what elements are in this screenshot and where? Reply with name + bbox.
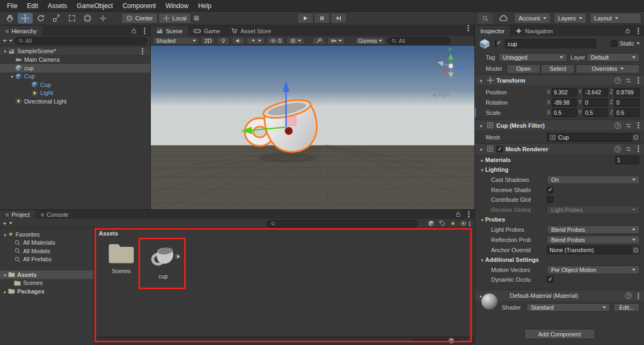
rotation-z-field[interactable]: Z0 — [610, 98, 640, 107]
grid-visibility-dropdown[interactable] — [287, 37, 304, 45]
foldout-icon[interactable] — [479, 216, 485, 223]
rotation-x-field[interactable]: X-89.98 — [547, 98, 577, 107]
foldout-icon[interactable] — [479, 157, 485, 163]
material-header[interactable]: Default-Material (Material) — [475, 290, 644, 301]
scale-z-field[interactable]: Z0.5 — [610, 108, 640, 117]
motion-vectors-dropdown[interactable]: Per Object Motion — [547, 266, 640, 274]
tree-item-all-prefabs[interactable]: All Prefabs — [0, 255, 93, 264]
menu-gameobject[interactable]: GameObject — [72, 2, 118, 10]
pivot-toggle-button[interactable]: Center — [121, 13, 158, 24]
hidden-objects-toggle[interactable]: 0 — [267, 37, 284, 45]
menu-edit[interactable]: Edit — [22, 2, 43, 10]
foldout-icon[interactable] — [478, 122, 484, 129]
kebab-menu-icon[interactable] — [638, 79, 639, 81]
object-picker-icon[interactable] — [632, 134, 639, 141]
kebab-menu-icon[interactable] — [467, 27, 469, 29]
gizmo-center-cube[interactable] — [449, 64, 453, 68]
help-icon[interactable] — [625, 292, 632, 299]
foldout-icon[interactable] — [2, 271, 8, 278]
position-y-field[interactable]: Y-3.642 — [579, 88, 609, 97]
kebab-menu-icon[interactable] — [638, 124, 639, 126]
scale-x-field[interactable]: X0.5 — [547, 108, 577, 117]
create-menu-button[interactable]: + — [3, 220, 7, 227]
foldout-icon[interactable] — [479, 256, 485, 263]
material-preview-sphere[interactable] — [481, 293, 497, 310]
cast-shadows-dropdown[interactable]: On — [547, 175, 640, 184]
object-picker-icon[interactable] — [632, 246, 639, 254]
materials-row[interactable]: Materials 1 — [475, 155, 644, 165]
lighting-foldout[interactable]: Lighting — [475, 165, 644, 174]
foldout-icon[interactable] — [478, 77, 484, 84]
chevron-down-icon[interactable] — [9, 222, 12, 224]
zoom-slider[interactable] — [413, 340, 462, 341]
scene-lighting-toggle[interactable] — [217, 37, 230, 45]
tab-asset-store[interactable]: Asset Store — [225, 26, 276, 36]
tab-game[interactable]: Game — [188, 26, 225, 36]
layers-dropdown[interactable]: Layers — [554, 13, 587, 24]
foldout-icon[interactable] — [479, 166, 485, 173]
help-icon[interactable] — [614, 122, 621, 129]
hierarchy-item-directional-light[interactable]: Directional Light — [0, 97, 150, 106]
preset-icon[interactable] — [625, 77, 632, 84]
kebab-menu-icon[interactable] — [638, 148, 639, 150]
mesh-filter-header[interactable]: Cup (Mesh Filter) — [475, 120, 644, 131]
menu-file[interactable]: File — [2, 2, 22, 10]
materials-count-field[interactable]: 1 — [615, 156, 639, 164]
material-edit-button[interactable]: Edit... — [613, 303, 640, 312]
saved-search-icon[interactable] — [450, 220, 456, 227]
asset-expand-arrow[interactable] — [174, 253, 181, 260]
position-x-field[interactable]: X9.302 — [547, 88, 577, 97]
static-dropdown[interactable]: Static — [611, 40, 640, 47]
zoom-slider-thumb[interactable] — [449, 338, 454, 343]
foldout-icon[interactable] — [2, 48, 8, 54]
tab-project[interactable]: Project — [0, 210, 35, 219]
gameobject-name-field[interactable] — [505, 39, 596, 48]
hierarchy-item-cup[interactable]: cup — [0, 64, 150, 72]
receive-shadows-checkbox[interactable] — [547, 187, 553, 193]
2d-toggle[interactable]: 2D — [201, 37, 215, 45]
tree-item-scenes[interactable]: Scenes — [0, 279, 93, 288]
transform-tool-button[interactable] — [80, 13, 95, 24]
hierarchy-item-cup-prefab[interactable]: Cup — [0, 72, 150, 81]
view-direction-label[interactable]: ◀ Right — [432, 92, 450, 98]
tree-item-assets[interactable]: Assets — [0, 270, 93, 279]
tool-settings-button[interactable] — [312, 37, 325, 45]
tab-hierarchy[interactable]: Hierarchy — [0, 26, 42, 36]
reflection-probes-dropdown[interactable]: Blend Probes — [547, 236, 640, 244]
create-menu-button[interactable]: + — [3, 37, 7, 44]
layer-dropdown[interactable]: Default — [587, 53, 640, 62]
kebab-menu-icon[interactable] — [638, 30, 639, 32]
rotation-y-field[interactable]: Y0 — [579, 98, 609, 107]
asset-scenes-folder[interactable]: Scenes — [104, 242, 138, 274]
static-checkbox[interactable] — [611, 40, 617, 47]
tree-item-all-models[interactable]: All Models — [0, 247, 93, 255]
position-z-field[interactable]: Z0.8789 — [610, 88, 640, 97]
scale-y-field[interactable]: Y0.5 — [579, 108, 609, 117]
chevron-down-icon[interactable] — [9, 40, 12, 42]
hierarchy-item-scene[interactable]: SampleScene* — [0, 47, 150, 56]
tree-item-packages[interactable]: Packages — [0, 287, 93, 296]
model-overrides-dropdown[interactable]: Overrides — [576, 64, 640, 74]
scene-search-input[interactable]: All — [387, 37, 451, 45]
search-by-label-icon[interactable] — [439, 220, 446, 227]
hierarchy-item-cup-child[interactable]: Cup — [0, 80, 150, 89]
project-search-input[interactable] — [267, 220, 418, 227]
mesh-renderer-header[interactable]: Mesh Renderer — [475, 143, 644, 155]
hierarchy-item-main-camera[interactable]: Main Camera — [0, 56, 150, 64]
lock-icon[interactable] — [624, 27, 631, 34]
scale-tool-button[interactable] — [49, 13, 64, 24]
tab-scene[interactable]: Scene — [151, 26, 188, 36]
step-button[interactable] — [331, 13, 347, 24]
kebab-menu-icon[interactable] — [638, 295, 639, 297]
asset-cup-model[interactable]: cup — [146, 242, 180, 280]
add-component-button[interactable]: Add Component — [524, 329, 595, 339]
shader-dropdown[interactable]: Standard — [526, 303, 610, 312]
foldout-icon[interactable] — [9, 73, 15, 79]
menu-help[interactable]: Help — [193, 2, 216, 10]
active-checkbox[interactable] — [495, 40, 496, 47]
component-enabled-checkbox[interactable] — [496, 146, 503, 152]
scene-viewport[interactable]: Y ◀ Right — [151, 46, 474, 209]
gizmo-plane-handle[interactable] — [287, 116, 296, 126]
play-button[interactable] — [297, 13, 313, 24]
search-by-type-icon[interactable] — [428, 220, 435, 227]
